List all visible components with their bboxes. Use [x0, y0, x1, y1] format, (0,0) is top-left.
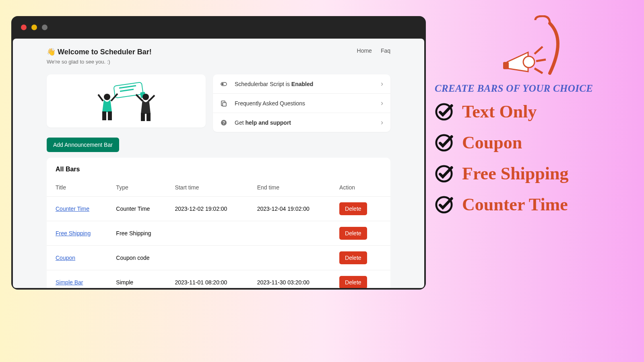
bars-table: Title Type Start time End time Action Co… — [47, 179, 390, 288]
col-title: Title — [47, 179, 112, 197]
toggle-icon — [220, 80, 227, 88]
page-title: 👋 Welcome to Scheduler Bar! — [47, 47, 152, 56]
feature-text-only: Text Only — [435, 101, 628, 122]
bar-type: Simple — [112, 270, 171, 288]
feature-label: Coupon — [462, 132, 522, 153]
window-maximize-icon[interactable] — [42, 25, 47, 30]
svg-line-24 — [536, 60, 546, 61]
feature-label: Free Shipping — [462, 163, 568, 184]
people-illustration-icon — [82, 77, 171, 125]
svg-rect-5 — [102, 111, 106, 120]
checkmark-icon — [435, 103, 453, 121]
svg-rect-6 — [108, 111, 112, 120]
script-status-label: Schedulerbar Script is Enabled — [235, 81, 313, 87]
bar-end: 2023-11-30 03:20:00 — [253, 270, 335, 288]
illustration-card — [47, 74, 206, 128]
bars-table-card: All Bars Title Type Start time End time … — [47, 158, 390, 288]
delete-button[interactable]: Delete — [339, 251, 367, 264]
table-row: Coupon Coupon code Delete — [47, 246, 390, 270]
svg-text:?: ? — [223, 121, 225, 125]
bar-start — [171, 221, 253, 246]
feature-label: Counter Time — [462, 194, 568, 215]
col-start: Start time — [171, 179, 253, 197]
bar-title-link[interactable]: Free Shipping — [56, 230, 91, 237]
delete-button[interactable]: Delete — [339, 202, 367, 215]
faq-label: Frequently Asked Questions — [235, 100, 305, 107]
faq-icon — [220, 100, 227, 107]
table-row: Counter Time Counter Time 2023-12-02 19:… — [47, 197, 390, 221]
delete-button[interactable]: Delete — [339, 276, 367, 288]
svg-rect-10 — [141, 113, 145, 121]
feature-label: Text Only — [462, 101, 537, 122]
feature-counter-time: Counter Time — [435, 194, 628, 215]
bar-title-link[interactable]: Coupon — [56, 255, 75, 261]
promo-heading: CREATE BARS OF YOUR CHOICE — [435, 83, 628, 94]
svg-line-23 — [535, 47, 543, 54]
svg-line-25 — [535, 68, 543, 73]
bar-end: 2023-12-04 19:02:00 — [253, 197, 335, 221]
feature-coupon: Coupon — [435, 132, 628, 153]
nav-faq[interactable]: Faq — [381, 47, 390, 54]
delete-button[interactable]: Delete — [339, 227, 367, 240]
chevron-right-icon: › — [381, 118, 383, 127]
svg-point-22 — [523, 56, 535, 68]
svg-point-9 — [142, 94, 149, 100]
bar-end — [253, 221, 335, 246]
bar-type: Coupon code — [112, 246, 171, 270]
faq-row[interactable]: Frequently Asked Questions › — [213, 93, 390, 113]
question-icon: ? — [220, 119, 227, 126]
window-close-icon[interactable] — [21, 25, 27, 30]
table-row: Simple Bar Simple 2023-11-01 08:20:00 20… — [47, 270, 390, 288]
svg-line-13 — [149, 95, 155, 101]
help-label: Get help and support — [235, 119, 291, 126]
svg-point-15 — [222, 83, 224, 85]
svg-point-4 — [104, 94, 110, 100]
chevron-right-icon: › — [381, 80, 383, 88]
svg-line-7 — [98, 95, 103, 101]
help-row[interactable]: ? Get help and support › — [213, 113, 390, 132]
col-action: Action — [335, 179, 390, 197]
browser-frame: 👋 Welcome to Scheduler Bar! We're so gla… — [11, 16, 426, 290]
bar-title-link[interactable]: Simple Bar — [56, 279, 83, 286]
col-end: End time — [253, 179, 335, 197]
megaphone-bag-icon — [491, 15, 572, 76]
nav-home[interactable]: Home — [357, 47, 372, 54]
svg-rect-17 — [223, 103, 226, 106]
bar-type: Free Shipping — [112, 221, 171, 246]
quick-links-card: Schedulerbar Script is Enabled › Frequen… — [213, 74, 390, 132]
page-subtitle: We're so glad to see you. :) — [47, 59, 152, 65]
app-viewport: 👋 Welcome to Scheduler Bar! We're so gla… — [13, 39, 424, 288]
script-status-row[interactable]: Schedulerbar Script is Enabled › — [213, 74, 390, 93]
bar-end — [253, 246, 335, 270]
feature-free-shipping: Free Shipping — [435, 163, 628, 184]
bar-type: Counter Time — [112, 197, 171, 221]
checkmark-icon — [435, 165, 453, 183]
bar-start: 2023-11-01 08:20:00 — [171, 270, 253, 288]
col-type: Type — [112, 179, 171, 197]
checkmark-icon — [435, 134, 453, 152]
bar-start: 2023-12-02 19:02:00 — [171, 197, 253, 221]
checkmark-icon — [435, 195, 453, 214]
svg-rect-21 — [503, 62, 509, 69]
window-minimize-icon[interactable] — [31, 25, 37, 30]
bar-title-link[interactable]: Counter Time — [56, 206, 89, 212]
table-title: All Bars — [47, 162, 390, 179]
window-titlebar — [11, 16, 426, 39]
table-row: Free Shipping Free Shipping Delete — [47, 221, 390, 246]
bar-start — [171, 246, 253, 270]
svg-rect-11 — [147, 113, 151, 121]
chevron-right-icon: › — [381, 99, 383, 107]
promo-panel: CREATE BARS OF YOUR CHOICE Text Only Cou… — [435, 15, 628, 225]
add-announcement-bar-button[interactable]: Add Announcement Bar — [47, 138, 119, 152]
